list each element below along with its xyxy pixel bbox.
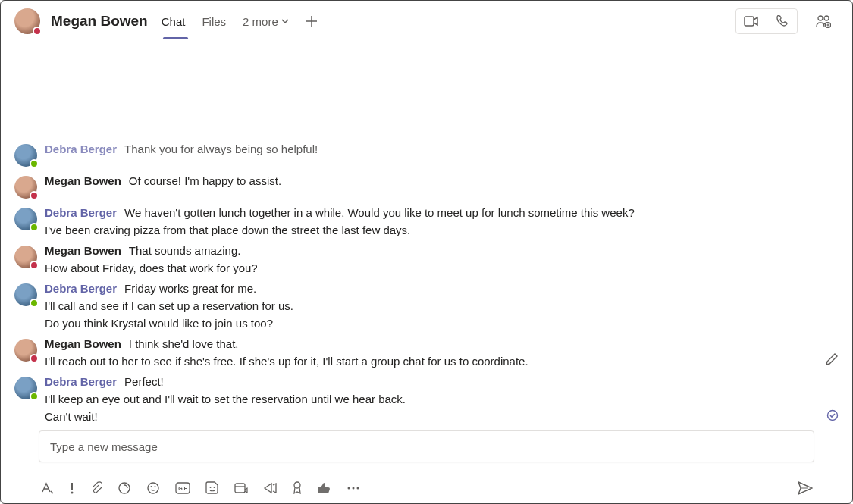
message-header: Debra BergerPerfect! (45, 375, 839, 388)
header-avatar[interactable] (14, 8, 40, 34)
emoji-icon (146, 481, 160, 495)
sender-name[interactable]: Megan Bowen (45, 337, 121, 350)
schedule-button[interactable] (234, 482, 248, 494)
message-avatar[interactable] (14, 377, 37, 399)
message-content: Debra BergerFriday works great for me.I'… (45, 282, 839, 330)
add-tab-button[interactable] (306, 15, 318, 27)
sender-name[interactable]: Megan Bowen (45, 174, 121, 187)
chat-header: Megan Bowen Chat Files 2 more (1, 1, 852, 42)
message-content: Megan BowenOf course! I'm happy to assis… (45, 174, 839, 199)
svg-point-12 (210, 487, 212, 488)
people-button[interactable] (808, 9, 839, 33)
sender-name[interactable]: Debra Berger (45, 375, 117, 388)
chat-title: Megan Bowen (51, 13, 148, 30)
message-avatar[interactable] (14, 176, 37, 199)
emoji-button[interactable] (146, 481, 160, 495)
sender-name[interactable]: Debra Berger (45, 282, 117, 295)
gif-icon: GIF (175, 482, 190, 494)
header-right (735, 8, 839, 34)
message-content: Debra BergerWe haven't gotten lunch toge… (45, 206, 839, 236)
message[interactable]: Debra BergerWe haven't gotten lunch toge… (14, 206, 839, 236)
read-receipt-icon (826, 409, 839, 421)
message-pane[interactable]: Debra BergerThank you for always being s… (1, 42, 852, 423)
gif-button[interactable]: GIF (175, 482, 190, 494)
stream-button[interactable] (263, 482, 277, 494)
sticker-icon (205, 481, 219, 495)
seen-icon (826, 409, 839, 421)
message-avatar[interactable] (14, 144, 37, 167)
presence-available-icon (30, 223, 39, 232)
message-text: Thank you for always being so helpful! (124, 142, 318, 155)
send-button[interactable] (798, 481, 813, 495)
sender-name[interactable]: Debra Berger (45, 206, 117, 219)
svg-point-18 (357, 487, 359, 490)
sender-name[interactable]: Debra Berger (45, 142, 117, 155)
message-text: Do you think Krystal would like to join … (45, 317, 839, 330)
call-buttons (735, 8, 798, 34)
sender-name[interactable]: Megan Bowen (45, 244, 121, 257)
chevron-down-icon (281, 17, 289, 25)
svg-point-8 (151, 486, 152, 487)
format-icon (40, 482, 54, 494)
praise-button[interactable] (318, 482, 331, 494)
message-text: We haven't gotten lunch together in a wh… (124, 206, 635, 219)
message-header: Debra BergerWe haven't gotten lunch toge… (45, 206, 839, 219)
message-avatar[interactable] (14, 339, 37, 362)
sticker-button[interactable] (205, 481, 219, 495)
edit-message-button[interactable] (825, 352, 839, 366)
message-text: Can't wait! (45, 410, 839, 423)
message-content: Megan BowenI think she'd love that.I'll … (45, 337, 839, 368)
approvals-icon (292, 481, 303, 495)
stream-icon (263, 482, 277, 494)
more-actions-button[interactable] (347, 486, 360, 490)
message-avatar[interactable] (14, 208, 37, 230)
attach-icon (90, 481, 102, 495)
message-input[interactable]: Type a new message (39, 430, 814, 462)
praise-icon (318, 482, 331, 494)
presence-busy-icon (33, 27, 42, 36)
video-icon (744, 16, 759, 27)
message[interactable]: Megan BowenThat sounds amazing.How about… (14, 244, 839, 274)
message[interactable]: Megan BowenI think she'd love that.I'll … (14, 337, 839, 368)
presence-busy-icon (30, 354, 39, 363)
chat-window: Megan Bowen Chat Files 2 more (0, 0, 853, 504)
message-text: I've been craving pizza from that place … (45, 224, 839, 236)
exclaim-icon (69, 482, 75, 494)
format-button[interactable] (40, 482, 54, 494)
approvals-button[interactable] (292, 481, 303, 495)
message[interactable]: Debra BergerFriday works great for me.I'… (14, 282, 839, 330)
presence-available-icon (30, 299, 39, 308)
svg-point-6 (119, 483, 130, 493)
message-text: How about Friday, does that work for you… (45, 261, 839, 274)
svg-rect-14 (235, 484, 245, 493)
plus-icon (306, 15, 318, 27)
message-text: I'll reach out to her to see if she's fr… (45, 355, 839, 368)
loop-icon (118, 481, 131, 495)
tab-files[interactable]: Files (202, 15, 226, 28)
video-call-button[interactable] (736, 9, 767, 33)
presence-available-icon (30, 159, 39, 168)
audio-call-button[interactable] (767, 9, 797, 33)
loop-button[interactable] (118, 481, 131, 495)
message[interactable]: Debra BergerPerfect!I'll keep an eye out… (14, 375, 839, 423)
message-text: Of course! I'm happy to assist. (129, 174, 281, 187)
svg-point-2 (824, 16, 829, 20)
svg-rect-0 (745, 17, 754, 26)
message-text: I'll keep an eye out and I'll wait to se… (45, 393, 839, 405)
message-header: Debra BergerThank you for always being s… (45, 142, 839, 155)
svg-point-9 (155, 486, 156, 487)
message-avatar[interactable] (14, 283, 37, 306)
tab-chat[interactable]: Chat (162, 15, 186, 28)
message[interactable]: Debra BergerThank you for always being s… (14, 142, 839, 167)
message-text: I think she'd love that. (129, 337, 239, 350)
message[interactable]: Megan BowenOf course! I'm happy to assis… (14, 174, 839, 199)
attach-button[interactable] (90, 481, 102, 495)
priority-button[interactable] (69, 482, 75, 494)
compose-toolbar: GIF (1, 473, 852, 503)
people-icon (816, 14, 831, 28)
ellipsis-icon (347, 486, 360, 490)
message-list: Debra BergerThank you for always being s… (14, 135, 839, 423)
message-avatar[interactable] (14, 246, 37, 268)
composer-area: Type a new message (1, 423, 852, 473)
tab-more[interactable]: 2 more (243, 15, 289, 28)
